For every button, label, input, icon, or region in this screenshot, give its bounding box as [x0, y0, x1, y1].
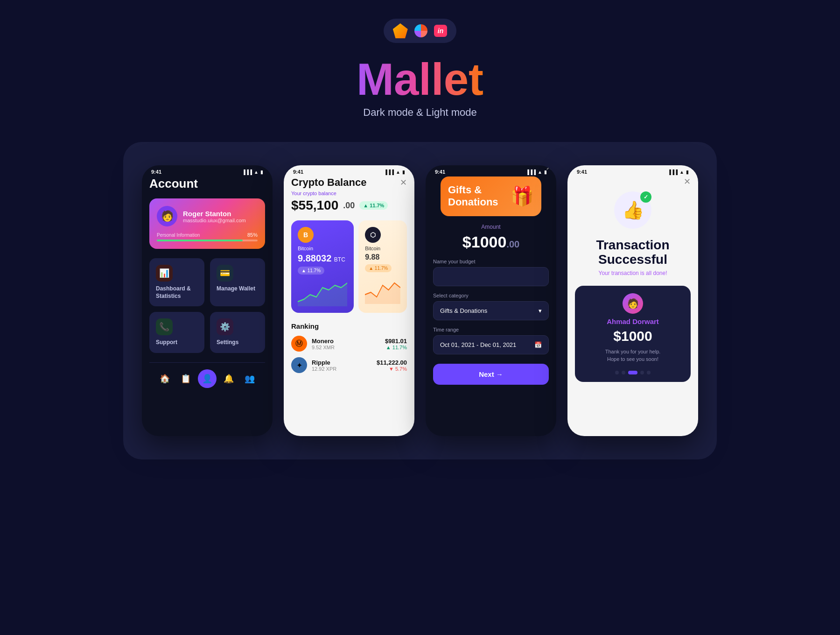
time-2: 9:41 — [293, 169, 303, 175]
tx-dot-3 — [628, 371, 637, 374]
time-3: 9:41 — [435, 169, 445, 175]
tx-subtitle: Your transaction is all done! — [575, 270, 691, 276]
date-range-input[interactable]: Oct 01, 2021 - Dec 01, 2021 📅 — [433, 335, 549, 354]
monero-change: ▲ 11.7% — [385, 345, 407, 350]
amount-value: $1000.00 — [433, 233, 549, 251]
ranking-right-ripple: $11,222.00 ▼ 5.7% — [377, 359, 407, 372]
menu-item-support[interactable]: 📞 Support — [149, 312, 204, 353]
amount-label: Amount — [433, 224, 549, 230]
profile-info: Roger Stanton masstudio.uiux@gmail.com — [183, 210, 246, 223]
app-subtitle: Dark mode & Light mode — [363, 106, 476, 119]
monero-logo: Ⓜ — [291, 336, 307, 352]
coin-amount-eth: 9.88 — [365, 253, 400, 261]
close-button-2[interactable]: ✕ — [400, 177, 407, 188]
nav-bell[interactable]: 🔔 — [219, 369, 238, 388]
nav-profile[interactable]: 👤 — [198, 369, 217, 388]
menu-label-settings: Settings — [217, 339, 238, 346]
ranking-left-ripple: ✦ Ripple 12.92 XPR — [291, 357, 336, 373]
change-badge: ▲ 11.7% — [359, 201, 388, 210]
eth-icon: ⬡ — [365, 227, 381, 243]
tx-message: Thank you for your help. Hope to see you… — [582, 348, 683, 363]
coin-amount-btc: 9.88032 BTC — [298, 253, 347, 264]
figma-icon — [414, 24, 427, 37]
tx-dot-5 — [647, 371, 651, 374]
ranking-left-monero: Ⓜ Monero 9.52 XMR — [291, 336, 335, 352]
success-icon-area: 👍 ✓ — [575, 191, 691, 229]
app-title: Mallet — [357, 57, 483, 102]
menu-item-wallet[interactable]: 💳 Manage Wallet — [210, 258, 265, 306]
ripple-unit: 12.92 XPR — [312, 366, 336, 372]
next-button[interactable]: Next → — [433, 364, 549, 385]
tx-amount: $1000 — [582, 328, 683, 344]
signal-icon-4: ▐▐▐ — [668, 169, 678, 175]
sketch-icon — [393, 23, 408, 38]
progress-bar-fill — [157, 240, 243, 241]
profile-card: 🧑 Roger Stanton masstudio.uiux@gmail.com… — [149, 198, 265, 249]
profile-footer: Personal Information 85% — [157, 232, 258, 238]
time-1: 9:41 — [151, 169, 161, 175]
close-button-4[interactable]: ✕ — [575, 176, 691, 187]
budget-input[interactable] — [433, 267, 549, 286]
time-label: Time range — [433, 327, 549, 332]
form-section: Name your budget Select category Gifts &… — [426, 259, 556, 385]
phone4-content: ✕ 👍 ✓ TransactionSuccessful Your transac… — [567, 176, 698, 391]
status-icons-4: ▐▐▐ ▲ ▮ — [668, 169, 689, 175]
nav-users[interactable]: 👥 — [240, 369, 259, 388]
wallet-icon: 💳 — [217, 265, 233, 282]
progress-bar-bg — [157, 240, 258, 241]
btc-chart — [298, 278, 347, 306]
dashboard-icon: 📊 — [156, 265, 173, 282]
menu-item-settings[interactable]: ⚙️ Settings — [210, 312, 265, 353]
menu-item-dashboard[interactable]: 📊 Dashboard &Statistics — [149, 258, 204, 306]
profile-top: 🧑 Roger Stanton masstudio.uiux@gmail.com — [157, 206, 258, 226]
tx-recipient-name: Ahmad Dorwart — [582, 318, 683, 325]
phone-account: 9:41 ▐▐▐ ▲ ▮ Account 🧑 Roger Stanton mas… — [142, 165, 273, 436]
gifts-title: Gifts &Donations — [448, 184, 498, 209]
btc-change-badge: ▲ 11.7% — [298, 267, 324, 275]
crypto-label: Your crypto balance — [291, 190, 407, 196]
tx-dots — [582, 371, 683, 374]
ranking-title: Ranking — [291, 322, 407, 330]
phone-crypto: 9:41 ▐▐▐ ▲ ▮ Crypto Balance ✕ Your crypt… — [284, 165, 414, 436]
phone-gifts: 9:41 ▐▐▐ ▲ ▮ Gifts &Donations 🎁 ✕ Amount… — [426, 165, 556, 436]
crypto-card-main: B Bitcoin 9.88032 BTC ▲ 11.7% — [291, 220, 354, 313]
budget-label: Name your budget — [433, 259, 549, 264]
amount-section: Amount $1000.00 — [426, 224, 556, 251]
battery-icon-4: ▮ — [686, 169, 689, 175]
close-button-3[interactable]: ✕ — [546, 165, 553, 173]
account-title: Account — [149, 176, 265, 191]
status-icons-1: ▐▐▐ ▲ ▮ — [242, 169, 263, 175]
category-label: Select category — [433, 293, 549, 298]
category-select[interactable]: Gifts & Donations ▾ — [433, 301, 549, 320]
coin-name-eth: Bitcoin — [365, 246, 400, 251]
calendar-icon: 📅 — [534, 341, 542, 348]
wifi-icon-2: ▲ — [396, 169, 400, 175]
gifts-illustration: 🎁 — [511, 185, 534, 207]
signal-icon-2: ▐▐▐ — [384, 169, 394, 175]
nav-list[interactable]: 📋 — [176, 369, 195, 388]
success-circle: 👍 ✓ — [614, 191, 651, 229]
phone-transaction: 9:41 ▐▐▐ ▲ ▮ ✕ 👍 ✓ TransactionSuccessful… — [567, 165, 698, 436]
wifi-icon: ▲ — [254, 169, 259, 175]
monero-price: $981.01 — [385, 338, 407, 345]
signal-icon: ▐▐▐ — [242, 169, 252, 175]
menu-grid: 📊 Dashboard &Statistics 💳 Manage Wallet … — [149, 258, 265, 353]
ranking-right-monero: $981.01 ▲ 11.7% — [385, 338, 407, 350]
wifi-icon-3: ▲ — [538, 169, 542, 175]
status-bar-2: 9:41 ▐▐▐ ▲ ▮ — [284, 165, 414, 176]
profile-name: Roger Stanton — [183, 210, 246, 218]
tx-avatar: 🧑 — [623, 293, 643, 314]
phones-container: 9:41 ▐▐▐ ▲ ▮ Account 🧑 Roger Stanton mas… — [123, 142, 717, 459]
phone3-content: Gifts &Donations 🎁 ✕ Amount $1000.00 Nam… — [426, 176, 556, 385]
crypto-cards-row: B Bitcoin 9.88032 BTC ▲ 11.7% ⬡ — [291, 220, 407, 313]
thumbsup-icon: 👍 — [622, 200, 644, 220]
date-value: Oct 01, 2021 - Dec 01, 2021 — [440, 341, 516, 348]
design-tools-bar: in — [384, 19, 456, 43]
wifi-icon-4: ▲ — [679, 169, 684, 175]
monero-name: Monero — [312, 338, 335, 345]
eth-change-badge: ▲ 11.7% — [365, 264, 392, 272]
eth-chart — [365, 276, 400, 304]
invision-icon: in — [434, 25, 447, 37]
bitcoin-icon: B — [298, 227, 314, 243]
nav-home[interactable]: 🏠 — [155, 369, 174, 388]
